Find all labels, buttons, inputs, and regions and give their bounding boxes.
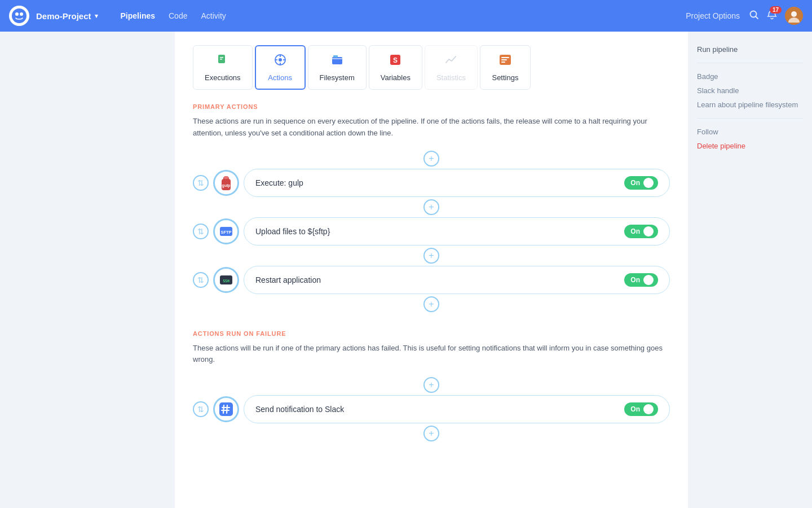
learn-filesystem-link[interactable]: Learn about pipeline filesystem <box>697 100 803 109</box>
svg-text:gulp: gulp <box>222 183 231 188</box>
tab-filesystem[interactable]: Filesystem <box>308 45 367 90</box>
app-logo <box>9 6 29 26</box>
primary-actions-section: PRIMARY ACTIONS These actions are run in… <box>193 103 670 312</box>
add-action-bottom[interactable]: + <box>423 296 439 312</box>
delete-pipeline-link[interactable]: Delete pipeline <box>697 142 803 150</box>
svg-line-33 <box>223 405 224 413</box>
sidebar-divider-1 <box>697 63 803 63</box>
primary-actions-title: PRIMARY ACTIONS <box>193 103 670 110</box>
svg-rect-9 <box>220 59 222 60</box>
sidebar-divider-2 <box>697 118 803 119</box>
svg-rect-23 <box>501 62 505 63</box>
action-icon-gulp: gulp <box>213 170 239 196</box>
nav-pipelines[interactable]: Pipelines <box>121 11 155 20</box>
svg-text:SSH: SSH <box>223 278 230 283</box>
add-failure-action-top[interactable]: + <box>423 377 439 393</box>
left-sidebar <box>0 32 175 508</box>
project-selector[interactable]: Demo-Project ▾ <box>36 11 98 21</box>
tab-actions[interactable]: Actions <box>255 45 306 90</box>
slack-handle-link[interactable]: Slack handle <box>697 86 803 95</box>
header-icons: 17 <box>749 7 803 25</box>
notification-count: 17 <box>770 6 782 14</box>
action-card-restart[interactable]: Restart application On <box>244 266 670 294</box>
nav-links: Pipelines Code Activity <box>121 11 226 20</box>
svg-text:S: S <box>393 56 398 64</box>
user-avatar[interactable] <box>785 7 803 25</box>
action-icon-sftp: SFTP <box>213 218 239 244</box>
tab-settings-label: Settings <box>492 73 518 82</box>
page-layout: Executions Actions Filesystem S <box>0 0 812 508</box>
action-row-sftp: ⇅ SFTP Upload files to ${sftp} On <box>193 217 670 246</box>
toggle-dot-3 <box>643 275 654 285</box>
search-icon[interactable] <box>749 10 759 23</box>
tab-actions-label: Actions <box>268 73 292 82</box>
add-action-top[interactable]: + <box>423 151 439 167</box>
tab-variables[interactable]: S Variables <box>369 45 422 90</box>
drag-handle-3[interactable]: ⇅ <box>193 272 209 288</box>
tab-executions[interactable]: Executions <box>193 45 253 90</box>
pipeline-tabs: Executions Actions Filesystem S <box>193 45 670 90</box>
actions-icon <box>273 53 287 70</box>
svg-point-2 <box>20 12 23 16</box>
svg-point-1 <box>15 12 19 16</box>
tab-settings[interactable]: Settings <box>480 45 531 90</box>
toggle-execute-gulp[interactable]: On <box>624 176 658 190</box>
svg-point-6 <box>791 11 797 17</box>
toggle-sftp[interactable]: On <box>624 225 658 238</box>
svg-rect-26 <box>224 176 228 179</box>
badge-link[interactable]: Badge <box>697 72 803 81</box>
tab-statistics-label: Statistics <box>436 73 466 82</box>
drag-handle-2[interactable]: ⇅ <box>193 224 209 239</box>
top-navigation: Demo-Project ▾ Pipelines Code Activity P… <box>0 0 812 32</box>
svg-line-4 <box>756 16 758 19</box>
project-dropdown-icon: ▾ <box>95 12 98 20</box>
follow-pipeline-link[interactable]: Follow <box>697 128 803 136</box>
toggle-label-1: On <box>630 179 640 187</box>
svg-line-34 <box>227 405 227 413</box>
svg-rect-21 <box>501 57 509 58</box>
failure-action-list: + ⇅ Send n <box>193 377 670 441</box>
tab-statistics: Statistics <box>425 45 478 90</box>
action-card-slack[interactable]: Send notification to Slack On <box>244 395 670 423</box>
variables-icon: S <box>389 53 402 70</box>
svg-point-11 <box>279 58 282 62</box>
svg-rect-8 <box>220 57 223 58</box>
svg-text:SFTP: SFTP <box>220 229 231 234</box>
tab-filesystem-label: Filesystem <box>320 73 355 82</box>
failure-actions-title: ACTIONS RUN ON FAILURE <box>193 330 670 337</box>
action-card-execute-gulp[interactable]: Execute: gulp On <box>244 169 670 197</box>
statistics-icon <box>444 53 458 70</box>
action-icon-slack <box>213 396 239 422</box>
drag-handle-slack[interactable]: ⇅ <box>193 401 209 417</box>
filesystem-icon <box>330 53 344 70</box>
executions-icon <box>216 53 230 70</box>
svg-point-0 <box>12 8 27 23</box>
toggle-restart[interactable]: On <box>624 273 658 287</box>
toggle-dot-1 <box>643 178 654 188</box>
toggle-dot-slack <box>643 404 654 414</box>
sidebar-pipeline-actions: Run pipeline Badge Slack handle Learn ab… <box>697 45 803 150</box>
settings-icon <box>498 53 512 70</box>
action-name-restart: Restart application <box>255 275 321 284</box>
action-name-slack: Send notification to Slack <box>255 405 344 414</box>
add-action-middle-2[interactable]: + <box>423 248 439 264</box>
add-action-middle-1[interactable]: + <box>423 199 439 215</box>
toggle-label-3: On <box>630 276 640 284</box>
action-row-restart: ⇅ SSH Restart application On <box>193 266 670 294</box>
run-pipeline-link[interactable]: Run pipeline <box>697 45 803 54</box>
add-failure-action-bottom[interactable]: + <box>423 426 439 441</box>
project-options-link[interactable]: Project Options <box>686 11 740 20</box>
failure-actions-desc: These actions will be run if one of the … <box>193 343 670 366</box>
svg-rect-32 <box>219 402 233 416</box>
tab-variables-label: Variables <box>381 73 411 82</box>
drag-handle-1[interactable]: ⇅ <box>193 175 209 191</box>
notifications-icon[interactable]: 17 <box>767 10 777 23</box>
toggle-slack[interactable]: On <box>624 402 658 416</box>
nav-activity[interactable]: Activity <box>201 11 226 20</box>
right-sidebar: Run pipeline Badge Slack handle Learn ab… <box>688 32 812 508</box>
topnav-right: Project Options 17 <box>686 7 803 25</box>
nav-code[interactable]: Code <box>169 11 187 20</box>
project-name: Demo-Project <box>36 11 91 21</box>
primary-actions-desc: These actions are run in sequence on eve… <box>193 116 670 139</box>
action-card-sftp[interactable]: Upload files to ${sftp} On <box>244 217 670 246</box>
